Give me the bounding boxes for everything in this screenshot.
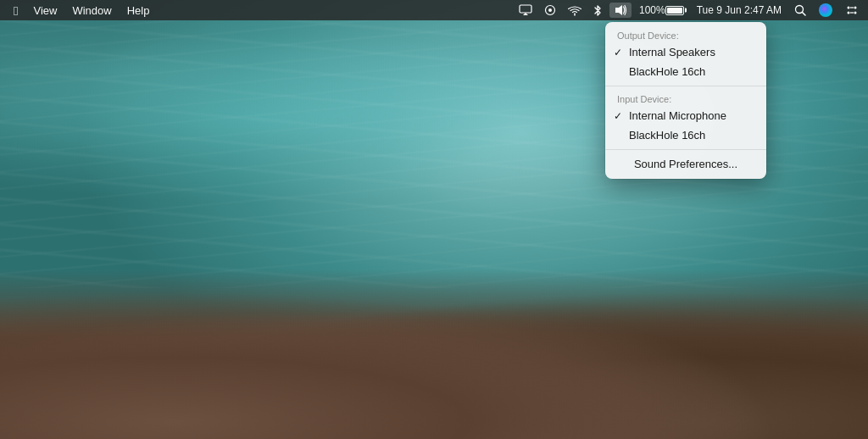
bluetooth-icon[interactable] <box>589 3 606 19</box>
output-internal-speakers[interactable]: Internal Speakers <box>605 42 766 62</box>
svg-point-9 <box>854 7 857 9</box>
popup-divider-1 <box>605 86 766 86</box>
svg-point-7 <box>819 3 832 17</box>
spotlight-search-icon[interactable] <box>790 3 810 18</box>
battery-bar <box>665 6 684 15</box>
svg-marker-4 <box>615 5 622 15</box>
output-blackhole[interactable]: BlackHole 16ch <box>605 62 766 81</box>
svg-rect-0 <box>520 5 531 13</box>
popup-divider-2 <box>605 149 766 150</box>
battery-fill <box>667 8 682 14</box>
menubar:  View Window Help <box>0 0 868 20</box>
svg-point-3 <box>548 8 552 12</box>
battery-indicator[interactable]: 100% <box>635 3 688 18</box>
menubar-right: 100% Tue 9 Jun 2:47 AM <box>515 1 868 19</box>
svg-line-6 <box>803 13 806 16</box>
svg-point-8 <box>848 7 850 9</box>
sound-menu-icon[interactable] <box>609 3 632 18</box>
cast-icon[interactable] <box>515 3 537 18</box>
clock-display[interactable]: Tue 9 Jun 2:47 AM <box>692 3 787 18</box>
sound-preferences-button[interactable]: Sound Preferences... <box>605 154 766 174</box>
wifi-icon[interactable] <box>564 3 586 18</box>
input-blackhole[interactable]: BlackHole 16ch <box>605 125 766 145</box>
vpn-icon[interactable] <box>540 3 560 18</box>
input-internal-microphone[interactable]: Internal Microphone <box>605 106 766 125</box>
output-device-label: Output Device: <box>605 27 766 42</box>
input-device-label: Input Device: <box>605 91 766 106</box>
menu-help[interactable]: Help <box>120 3 157 19</box>
menu-window[interactable]: Window <box>65 3 118 19</box>
svg-point-11 <box>854 12 857 14</box>
menu-view[interactable]: View <box>26 3 64 19</box>
wallpaper-rocks <box>0 270 868 439</box>
siri-icon[interactable] <box>814 1 837 19</box>
sound-popup: Output Device: Internal Speakers BlackHo… <box>605 22 766 179</box>
svg-point-10 <box>848 12 850 14</box>
menubar-left:  View Window Help <box>0 3 156 19</box>
battery-percent: 100% <box>639 4 665 16</box>
control-center-icon[interactable] <box>841 3 863 18</box>
apple-menu-button[interactable]:  <box>7 3 25 19</box>
